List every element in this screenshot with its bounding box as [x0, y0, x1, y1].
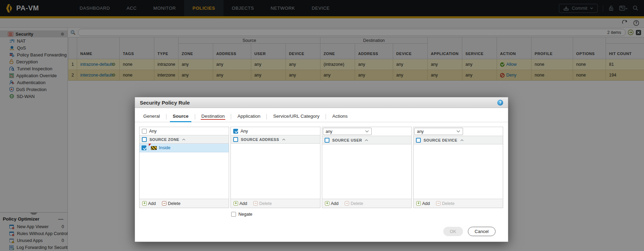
- chevron-down-icon: [365, 130, 369, 133]
- source-device-list: [414, 144, 503, 199]
- tab-service-url-category[interactable]: Service/URL Category: [272, 114, 321, 122]
- source-address-panel: Any SOURCE ADDRESS +Add −Delete: [230, 127, 320, 208]
- select-all-checkbox[interactable]: [416, 138, 421, 143]
- minus-icon: −: [345, 201, 349, 206]
- tab-destination[interactable]: Destination: [200, 114, 226, 122]
- source-user-panel: any SOURCE USER +Add −Delete: [322, 127, 412, 208]
- source-address-header: SOURCE ADDRESS: [231, 135, 320, 144]
- dialog-actions: OK Cancel: [443, 227, 496, 236]
- any-address-row: Any: [231, 127, 320, 135]
- source-zone-panel: Any SOURCE ZONE Inside +Add −Delete: [139, 127, 229, 208]
- delete-address-button: −Delete: [253, 201, 272, 206]
- tab-application[interactable]: Application: [236, 114, 262, 122]
- source-zone-header-label[interactable]: SOURCE ZONE: [149, 137, 179, 142]
- tab-separator: [231, 114, 231, 119]
- delete-zone-button[interactable]: −Delete: [162, 201, 180, 206]
- negate-checkbox[interactable]: [231, 212, 236, 217]
- source-device-select-row: any: [414, 127, 503, 136]
- sort-asc-icon[interactable]: [182, 138, 185, 141]
- source-user-list: [322, 144, 411, 199]
- sort-asc-icon[interactable]: [460, 139, 464, 141]
- any-address-checkbox[interactable]: [233, 129, 238, 134]
- source-device-footer: +Add −Delete: [414, 199, 503, 208]
- source-user-select-row: any: [322, 127, 411, 136]
- tab-separator: [326, 114, 326, 119]
- plus-icon: +: [234, 201, 238, 206]
- source-zone-footer: +Add −Delete: [139, 199, 229, 208]
- source-device-dropdown[interactable]: any: [414, 128, 463, 135]
- select-all-checkbox[interactable]: [325, 138, 329, 143]
- dialog-title: Security Policy Rule: [140, 100, 190, 106]
- source-device-panel: any SOURCE DEVICE +Add −Delete: [413, 127, 503, 208]
- delete-device-button: −Delete: [436, 201, 454, 206]
- zone-icon: [151, 146, 157, 150]
- source-device-header: SOURCE DEVICE: [414, 136, 503, 144]
- plus-icon: +: [325, 201, 329, 206]
- select-all-checkbox[interactable]: [142, 137, 147, 142]
- tab-general[interactable]: General: [142, 114, 161, 122]
- add-zone-button[interactable]: +Add: [142, 201, 156, 206]
- security-policy-rule-dialog: Security Policy Rule ? General Source De…: [135, 97, 508, 242]
- source-user-header: SOURCE USER: [322, 136, 411, 144]
- sort-asc-icon[interactable]: [365, 139, 368, 141]
- source-address-footer: +Add −Delete: [231, 199, 320, 208]
- delete-user-button: −Delete: [345, 201, 363, 206]
- dialog-help-icon[interactable]: ?: [497, 100, 503, 106]
- tab-separator: [195, 114, 195, 119]
- negate-label: Negate: [238, 212, 252, 217]
- zone-list-item-inside[interactable]: Inside: [139, 144, 229, 152]
- any-label: Any: [149, 129, 157, 134]
- tab-separator: [266, 114, 267, 119]
- cancel-button[interactable]: Cancel: [468, 227, 496, 236]
- plus-icon: +: [142, 201, 147, 206]
- any-zone-row: Any: [139, 127, 229, 135]
- dialog-tabs: General Source Destination Application S…: [135, 108, 508, 122]
- any-label: Any: [241, 129, 248, 134]
- any-zone-checkbox[interactable]: [142, 129, 147, 134]
- zone-item-checkbox[interactable]: [142, 145, 146, 150]
- tab-actions[interactable]: Actions: [331, 114, 349, 122]
- dropdown-value: any: [417, 129, 424, 134]
- source-zone-header: SOURCE ZONE: [139, 135, 229, 144]
- source-user-footer: +Add −Delete: [322, 199, 411, 208]
- add-device-button[interactable]: +Add: [416, 201, 430, 206]
- add-user-button[interactable]: +Add: [325, 201, 338, 206]
- sort-asc-icon[interactable]: [282, 138, 285, 141]
- select-all-checkbox[interactable]: [233, 137, 238, 142]
- source-address-header-label[interactable]: SOURCE ADDRESS: [241, 137, 279, 142]
- source-device-header-label[interactable]: SOURCE DEVICE: [424, 138, 457, 142]
- minus-icon: −: [436, 201, 441, 206]
- zone-item-label[interactable]: Inside: [159, 145, 170, 150]
- dialog-title-bar: Security Policy Rule ?: [135, 97, 508, 108]
- dropdown-value: any: [326, 129, 332, 134]
- minus-icon: −: [253, 201, 258, 206]
- tab-source[interactable]: Source: [171, 114, 190, 122]
- source-address-list: [231, 144, 320, 199]
- source-user-dropdown[interactable]: any: [323, 128, 372, 135]
- tab-separator: [166, 114, 166, 119]
- source-panels: Any SOURCE ZONE Inside +Add −Delete: [139, 127, 503, 208]
- plus-icon: +: [416, 201, 421, 206]
- ok-button[interactable]: OK: [443, 227, 463, 236]
- source-user-header-label[interactable]: SOURCE USER: [332, 138, 362, 142]
- negate-row: Negate: [231, 212, 252, 217]
- minus-icon: −: [162, 201, 166, 206]
- add-address-button[interactable]: +Add: [234, 201, 247, 206]
- chevron-down-icon: [456, 130, 460, 133]
- source-zone-list: Inside: [139, 144, 229, 199]
